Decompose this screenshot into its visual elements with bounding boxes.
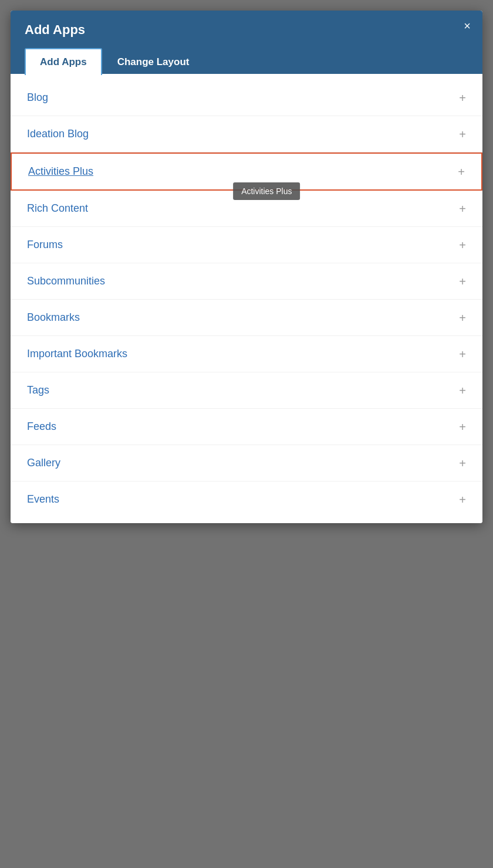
add-icon-rich-content[interactable]: + <box>459 203 466 215</box>
add-icon-important-bookmarks[interactable]: + <box>459 348 466 360</box>
app-name-rich-content: Rich Content <box>27 202 88 215</box>
app-name-activities-plus: Activities Plus <box>28 165 93 178</box>
app-item-events[interactable]: Events+ <box>11 482 482 517</box>
add-icon-ideation-blog[interactable]: + <box>459 128 466 140</box>
app-name-blog: Blog <box>27 91 48 104</box>
app-item-forums[interactable]: Forums+ <box>11 227 482 263</box>
add-icon-activities-plus[interactable]: + <box>458 166 465 178</box>
app-item-feeds[interactable]: Feeds+ <box>11 409 482 445</box>
app-item-important-bookmarks[interactable]: Important Bookmarks+ <box>11 336 482 372</box>
app-name-events: Events <box>27 493 59 506</box>
modal-body: Blog+Ideation Blog+Activities Plus+Activ… <box>11 74 482 523</box>
add-icon-blog[interactable]: + <box>459 92 466 104</box>
app-name-tags: Tags <box>27 384 49 396</box>
add-icon-subcommunities[interactable]: + <box>459 276 466 287</box>
app-name-subcommunities: Subcommunities <box>27 275 105 287</box>
tab-change-layout[interactable]: Change Layout <box>102 48 205 75</box>
app-item-rich-content[interactable]: Rich Content+ <box>11 191 482 227</box>
app-name-forums: Forums <box>27 239 63 251</box>
app-name-gallery: Gallery <box>27 457 60 469</box>
add-icon-forums[interactable]: + <box>459 239 466 251</box>
app-item-activities-plus[interactable]: Activities Plus+Activities Plus <box>11 152 482 191</box>
close-button[interactable]: × <box>464 20 471 32</box>
app-name-bookmarks: Bookmarks <box>27 311 80 324</box>
app-item-subcommunities[interactable]: Subcommunities+ <box>11 263 482 300</box>
add-icon-bookmarks[interactable]: + <box>459 312 466 324</box>
add-icon-tags[interactable]: + <box>459 385 466 396</box>
app-item-gallery[interactable]: Gallery+ <box>11 445 482 482</box>
app-item-tags[interactable]: Tags+ <box>11 372 482 409</box>
modal-header: Add Apps × Add AppsChange Layout <box>11 11 482 74</box>
add-icon-events[interactable]: + <box>459 494 466 506</box>
tabs-container: Add AppsChange Layout <box>25 47 468 74</box>
app-name-feeds: Feeds <box>27 421 56 433</box>
app-name-important-bookmarks: Important Bookmarks <box>27 348 127 360</box>
add-icon-feeds[interactable]: + <box>459 421 466 433</box>
tab-add-apps[interactable]: Add Apps <box>25 48 102 75</box>
app-item-bookmarks[interactable]: Bookmarks+ <box>11 300 482 336</box>
add-icon-gallery[interactable]: + <box>459 457 466 469</box>
app-item-ideation-blog[interactable]: Ideation Blog+ <box>11 116 482 152</box>
modal-dialog: Add Apps × Add AppsChange Layout Blog+Id… <box>11 11 482 523</box>
app-item-blog[interactable]: Blog+ <box>11 80 482 116</box>
app-name-ideation-blog: Ideation Blog <box>27 128 89 140</box>
modal-title: Add Apps <box>25 22 468 38</box>
